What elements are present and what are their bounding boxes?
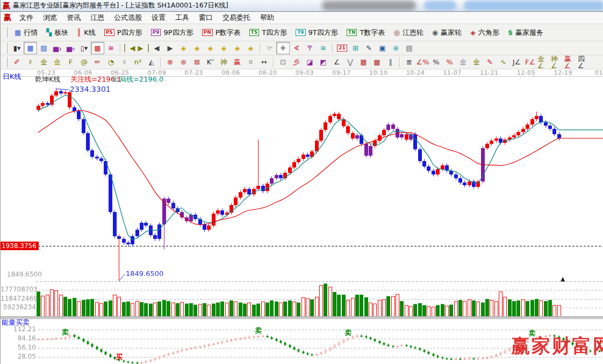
low-price-annotation: 1849.6500 <box>126 270 163 278</box>
app-window: 赢 赢家江恩专业版[赢家内部服务平台] - [上证指数 SH1A0001-167… <box>0 0 603 364</box>
oscillator-scale-label: 56.10 <box>1 344 36 351</box>
peak-price-annotation: 2334.3301 <box>70 85 111 93</box>
indicator-name-label: 乾坤K线 <box>35 75 61 84</box>
scroll-indicator-icon[interactable]: ▲ <box>561 275 565 282</box>
oscillator-scale-label: 84.16 <box>1 334 36 342</box>
chart-canvas[interactable] <box>1 0 603 364</box>
sell-signal-marker: 卖 <box>62 327 69 337</box>
pane-label-daily-kline: 日K线 <box>3 72 21 82</box>
sell-signal-marker: 卖 <box>255 326 262 336</box>
oscillator-scale-label: 112.21 <box>1 325 36 333</box>
buy-signal-marker: 买 <box>116 352 123 362</box>
reference-price-tag: 1938.3756 <box>1 242 39 250</box>
low-price-axis-label: 1849.6500 <box>7 271 42 278</box>
watermark: 赢家财富网 <box>511 333 603 359</box>
volume-scale-label: 118472469 <box>1 295 36 302</box>
volume-scale-label: 59236234 <box>1 303 36 311</box>
oscillator-scale-label: 28.05 <box>1 353 36 360</box>
pane-divider[interactable] <box>1 316 603 319</box>
volume-scale-label: 177708703 <box>1 286 36 293</box>
sell-signal-marker: 卖 <box>344 328 351 338</box>
exit-line-label: 出局线=2196.0 <box>112 75 163 84</box>
